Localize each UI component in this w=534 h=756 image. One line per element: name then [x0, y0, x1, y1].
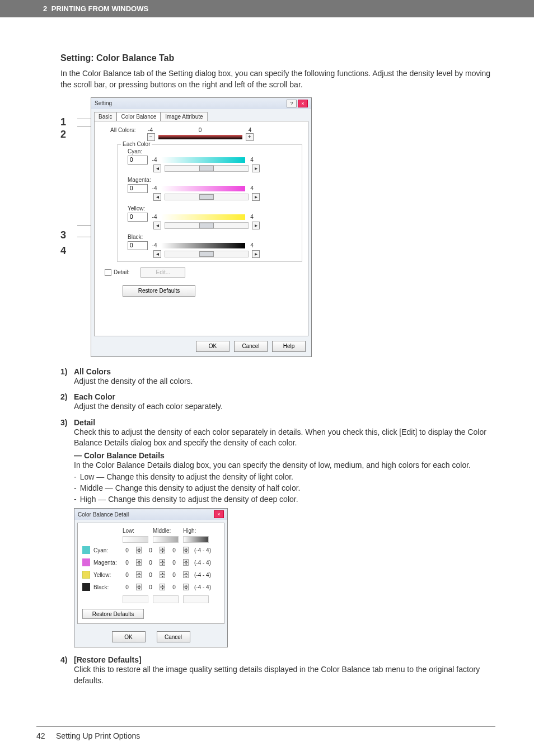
item-4: 4) [Restore Defaults] Click this to rest…	[60, 655, 498, 686]
chapter-header: 2 PRINTING FROM WINDOWS	[0, 0, 534, 17]
tab-image-attribute[interactable]: Image Attribute	[161, 112, 207, 121]
yellow-high-spinner[interactable]: ▴▾	[183, 571, 189, 578]
page-number: 42	[36, 731, 45, 740]
d2-yellow-mid[interactable]: 0	[145, 572, 156, 578]
d2-black-low[interactable]: 0	[121, 584, 133, 590]
minus-button[interactable]: −	[147, 133, 155, 141]
help-button[interactable]: Help	[272, 341, 306, 352]
cyan-low-spinner[interactable]: ▴▾	[136, 547, 142, 553]
item-4-body: Click this to restore all the image qual…	[74, 664, 498, 686]
d2-black-high[interactable]: 0	[168, 584, 180, 590]
cyan-input[interactable]	[128, 156, 148, 165]
d2-magenta-high[interactable]: 0	[168, 560, 180, 566]
black-left-button[interactable]: ◂	[153, 250, 161, 258]
magenta-mid-spinner[interactable]: ▴▾	[160, 559, 165, 566]
yellow-left-button[interactable]: ◂	[153, 222, 161, 229]
tab-basic[interactable]: Basic	[94, 112, 116, 121]
yellow-mid-spinner[interactable]: ▴▾	[160, 571, 165, 578]
color-balance-detail-dialog: Color Balance Detail × Low: Middle: High…	[74, 508, 228, 647]
item-3: 3) Detail Check this to adjust the densi…	[60, 418, 498, 648]
d2-yellow-high[interactable]: 0	[168, 572, 180, 578]
callout-numbers: 1 2 3 4	[60, 97, 77, 259]
item-1-body: Adjust the density of the all colors.	[74, 376, 498, 387]
tab-color-balance[interactable]: Color Balance	[116, 112, 161, 121]
black-mid-spinner[interactable]: ▴▾	[160, 584, 165, 590]
d2-restore-button[interactable]: Restore Defaults	[82, 609, 144, 619]
item-3-title: Detail	[74, 418, 95, 427]
d2-cyan-high[interactable]: 0	[168, 547, 180, 553]
item-4-num: 4)	[60, 655, 74, 664]
yellow-track[interactable]	[165, 222, 249, 229]
help-icon[interactable]: ?	[287, 100, 297, 107]
black-high-spinner[interactable]: ▴▾	[183, 584, 189, 590]
d2-high-label: High:	[183, 528, 209, 534]
cyan-left-button[interactable]: ◂	[153, 165, 161, 172]
cyan-bar	[161, 157, 245, 163]
d2-blank-mid	[153, 595, 179, 603]
black-bar	[161, 243, 245, 248]
black-chip	[82, 583, 90, 591]
cyan-right-button[interactable]: ▸	[252, 165, 260, 172]
magenta-track[interactable]	[165, 194, 249, 200]
each-color-label: Each Color	[121, 141, 152, 147]
black-input[interactable]	[128, 241, 148, 250]
cyan-high-spinner[interactable]: ▴▾	[183, 547, 189, 553]
d2-low-label: Low:	[123, 528, 148, 534]
close-icon[interactable]: ×	[298, 100, 308, 107]
detail-checkbox[interactable]	[105, 269, 111, 276]
cyan-mid-spinner[interactable]: ▴▾	[160, 547, 165, 553]
cancel-button[interactable]: Cancel	[234, 341, 268, 352]
d2-cancel-button[interactable]: Cancel	[157, 631, 190, 642]
all-colors-bar[interactable]	[158, 135, 242, 139]
item-2: 2) Each Color Adjust the density of each…	[60, 392, 498, 412]
yellow-right-button[interactable]: ▸	[252, 222, 260, 229]
item-2-body: Adjust the density of each color separat…	[74, 401, 498, 412]
dialog2-close-icon[interactable]: ×	[214, 510, 224, 518]
d2-yellow-low[interactable]: 0	[121, 572, 133, 578]
magenta-right-button[interactable]: ▸	[252, 193, 260, 201]
low-swatch	[123, 536, 148, 543]
item-3-body: Check this to adjust the density of each…	[74, 427, 498, 449]
cyan-chip	[82, 546, 90, 554]
d2-black-range: (-4 - 4)	[194, 584, 211, 590]
item-3-subtitle: — Color Balance Details	[74, 451, 498, 460]
detail-label: Detail:	[114, 269, 129, 275]
magenta-low-spinner[interactable]: ▴▾	[136, 559, 142, 566]
restore-defaults-button[interactable]: Restore Defaults	[123, 285, 195, 297]
setting-dialog: Setting ? × Basic Color Balance Image At…	[91, 97, 312, 357]
callout-3: 3	[60, 230, 77, 241]
yellow-low-spinner[interactable]: ▴▾	[136, 571, 142, 578]
d2-cyan-range: (-4 - 4)	[194, 547, 211, 553]
black-track[interactable]	[165, 251, 249, 257]
d2-magenta-low[interactable]: 0	[121, 560, 133, 566]
d2-cyan-low[interactable]: 0	[121, 547, 133, 553]
ok-button[interactable]: OK	[196, 341, 229, 352]
magenta-input[interactable]	[128, 184, 148, 193]
magenta-left-button[interactable]: ◂	[153, 193, 161, 201]
yellow-bar	[161, 214, 245, 220]
item-3-subbody: In the Color Balance Details dialog box,…	[74, 460, 498, 471]
dialog2-titlebar: Color Balance Detail ×	[74, 509, 227, 520]
d2-magenta-mid[interactable]: 0	[145, 560, 156, 566]
black-low-spinner[interactable]: ▴▾	[136, 584, 142, 590]
intro-text: In the Color Balance tab of the Setting …	[60, 68, 498, 91]
d2-magenta-label: Magenta:	[93, 560, 118, 566]
plus-button[interactable]: +	[246, 133, 254, 141]
yellow-input[interactable]	[128, 213, 148, 222]
item-2-num: 2)	[60, 392, 74, 401]
d2-black-label: Black:	[93, 584, 118, 590]
d2-ok-button[interactable]: OK	[112, 631, 146, 642]
edit-button[interactable]: Edit...	[140, 267, 185, 278]
cyan-track[interactable]	[165, 165, 249, 172]
magenta-chip	[82, 558, 90, 566]
magenta-label: Magenta:	[128, 177, 298, 183]
item-1-num: 1)	[60, 367, 74, 376]
magenta-high-spinner[interactable]: ▴▾	[183, 559, 189, 566]
yellow-chip	[82, 571, 90, 579]
d2-yellow-range: (-4 - 4)	[194, 572, 211, 578]
item-4-title: [Restore Defaults]	[74, 655, 142, 664]
d2-black-mid[interactable]: 0	[145, 584, 156, 590]
black-right-button[interactable]: ▸	[252, 250, 260, 258]
dialog2-title: Color Balance Detail	[78, 511, 129, 518]
d2-cyan-mid[interactable]: 0	[145, 547, 156, 553]
